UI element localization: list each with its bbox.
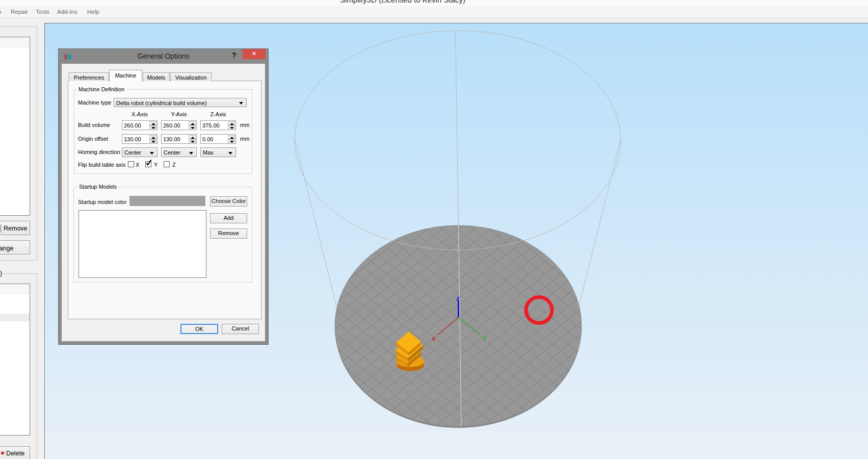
svg-text:x: x (432, 335, 436, 342)
svg-text:y: y (483, 334, 487, 341)
svg-text:z: z (456, 294, 460, 302)
